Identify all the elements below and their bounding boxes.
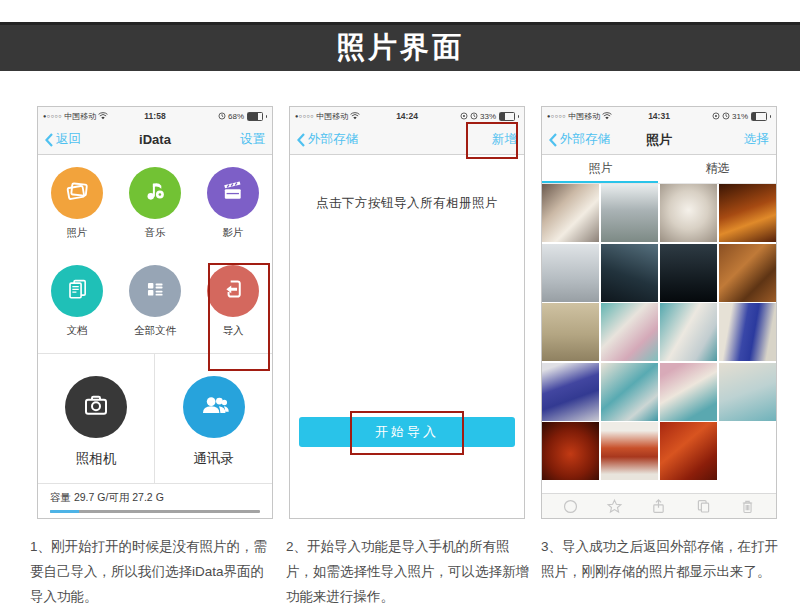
share-icon[interactable] <box>650 498 667 515</box>
photo-plate-dish[interactable] <box>601 422 658 480</box>
signal-dots-icon: ●○○○○ <box>547 113 566 119</box>
app-contacts[interactable]: 通讯录 <box>155 354 272 484</box>
photo-dorm-room-3[interactable] <box>660 363 717 421</box>
photo-spicy-dish[interactable] <box>660 422 717 480</box>
wifi-icon <box>350 112 360 120</box>
screenshot-photos: ●○○○○ 中国移动 14:31 31% 外部存储 照片 选择 照片 精选 <box>541 106 777 519</box>
back-button[interactable]: 外部存储 <box>549 131 610 148</box>
alarm-icon <box>722 112 730 120</box>
photo-dorm-room-1[interactable] <box>601 303 658 361</box>
photo-tiger[interactable] <box>719 244 776 302</box>
back-button[interactable]: 返回 <box>45 131 81 148</box>
movies-icon <box>219 177 247 209</box>
highlight-box-start-import <box>350 411 464 455</box>
app-label: 通讯录 <box>193 450 234 468</box>
battery-icon <box>499 112 515 121</box>
carrier-label: 中国移动 <box>316 111 348 122</box>
clock-label: 14:31 <box>648 111 670 121</box>
status-bar: ●○○○○ 中国移动 11:58 68% <box>38 107 272 125</box>
battery-percent-label: 33% <box>480 112 496 121</box>
photo-dorm-machines[interactable] <box>601 363 658 421</box>
circle-icon[interactable] <box>562 498 579 515</box>
tab-photos[interactable]: 照片 <box>542 154 659 183</box>
select-button[interactable]: 选择 <box>744 131 769 148</box>
app-label: 照片 <box>67 226 88 240</box>
battery-icon <box>751 112 767 121</box>
photo-snowy-trees[interactable] <box>601 184 658 242</box>
caption-step-3: 3、导入成功之后返回外部存储，在打开照片，刚刚存储的照片都显示出来了。 <box>541 534 788 584</box>
tutorial-page: 照片界面 ●○○○○ 中国移动 11:58 68% 返回 iData 设置 <box>0 0 800 615</box>
app-documents[interactable]: 文档 <box>38 253 116 351</box>
clock-label: 11:58 <box>144 111 165 121</box>
carrier-label: 中国移动 <box>64 111 96 122</box>
orientation-lock-icon <box>460 112 468 120</box>
photo-dorm-room-2[interactable] <box>660 303 717 361</box>
settings-button[interactable]: 设置 <box>240 131 265 148</box>
wifi-icon <box>98 112 108 120</box>
storage-text: 容量 29.7 G/可用 27.2 G <box>50 491 260 505</box>
app-label: 影片 <box>223 226 244 240</box>
back-button[interactable]: 外部存储 <box>297 131 358 148</box>
caption-step-1: 1、刚开始打开的时候是没有照片的，需要自己导入，所以我们选择iData界面的导入… <box>30 534 277 609</box>
trash-icon[interactable] <box>739 498 756 515</box>
active-tab-underline <box>542 181 658 184</box>
app-label: 全部文件 <box>134 324 176 338</box>
nav-bar: 返回 iData 设置 <box>38 125 272 155</box>
photo-cat-piano[interactable] <box>542 184 599 242</box>
app-label: 照相机 <box>76 450 117 468</box>
alarm-icon <box>218 112 226 120</box>
app-music[interactable]: 音乐 <box>116 155 194 253</box>
photo-purple-room[interactable] <box>542 363 599 421</box>
page-banner: 照片界面 <box>0 22 800 71</box>
camera-icon <box>80 389 112 425</box>
chevron-left-icon <box>45 133 53 147</box>
photo-chili-pot[interactable] <box>542 422 599 480</box>
chevron-left-icon <box>297 133 305 147</box>
alarm-icon <box>470 112 478 120</box>
screenshot-idata-home: ●○○○○ 中国移动 11:58 68% 返回 iData 设置 <box>37 106 273 519</box>
screenshot-import: ●○○○○ 中国移动 14:24 33% 外部存储 新增 点击下方按钮导入所有相… <box>289 106 525 519</box>
app-movies[interactable]: 影片 <box>194 155 272 253</box>
music-icon <box>141 177 169 209</box>
orientation-lock-icon <box>712 112 720 120</box>
nav-bar: 外部存储 照片 选择 <box>542 125 776 155</box>
photo-plane-clouds[interactable] <box>542 244 599 302</box>
photo-dorm-room-4[interactable] <box>719 363 776 421</box>
tab-featured[interactable]: 精选 <box>659 154 776 183</box>
photo-fox-field[interactable] <box>542 303 599 361</box>
battery-percent-label: 31% <box>732 112 748 121</box>
all-files-icon <box>142 276 168 306</box>
clock-label: 14:24 <box>396 111 418 121</box>
copy-icon[interactable] <box>695 498 712 515</box>
storage-summary: 容量 29.7 G/可用 27.2 G <box>38 483 272 518</box>
app-label: 音乐 <box>145 226 166 240</box>
photo-tabs: 照片 精选 <box>542 154 776 184</box>
chevron-left-icon <box>549 133 557 147</box>
photo-blue-pillar-room[interactable] <box>719 303 776 361</box>
photo-dark-wave[interactable] <box>601 244 658 302</box>
photo-dark-cat[interactable] <box>660 244 717 302</box>
app-photos[interactable]: 照片 <box>38 155 116 253</box>
highlight-box-add-new <box>466 122 518 159</box>
app-camera[interactable]: 照相机 <box>38 354 155 484</box>
contacts-icon <box>197 388 231 426</box>
page-title: 照片界面 <box>336 28 464 68</box>
photo-grid <box>542 184 776 480</box>
photo-fire-figure[interactable] <box>719 184 776 242</box>
signal-dots-icon: ●○○○○ <box>295 113 314 119</box>
app-all-files[interactable]: 全部文件 <box>116 253 194 351</box>
highlight-box-import <box>208 263 270 371</box>
battery-icon <box>247 112 263 121</box>
documents-icon <box>63 275 91 307</box>
star-icon[interactable] <box>606 498 623 515</box>
photos-icon <box>63 177 91 209</box>
import-hint-text: 点击下方按钮导入所有相册照片 <box>290 195 524 212</box>
battery-percent-label: 68% <box>228 112 244 121</box>
nav-title: 照片 <box>646 131 672 149</box>
nav-title: iData <box>139 132 171 147</box>
photo-cat-face[interactable] <box>660 184 717 242</box>
app-label: 文档 <box>67 324 88 338</box>
status-bar: ●○○○○ 中国移动 14:31 31% <box>542 107 776 125</box>
wifi-icon <box>602 112 612 120</box>
storage-progress-bar <box>50 510 260 513</box>
